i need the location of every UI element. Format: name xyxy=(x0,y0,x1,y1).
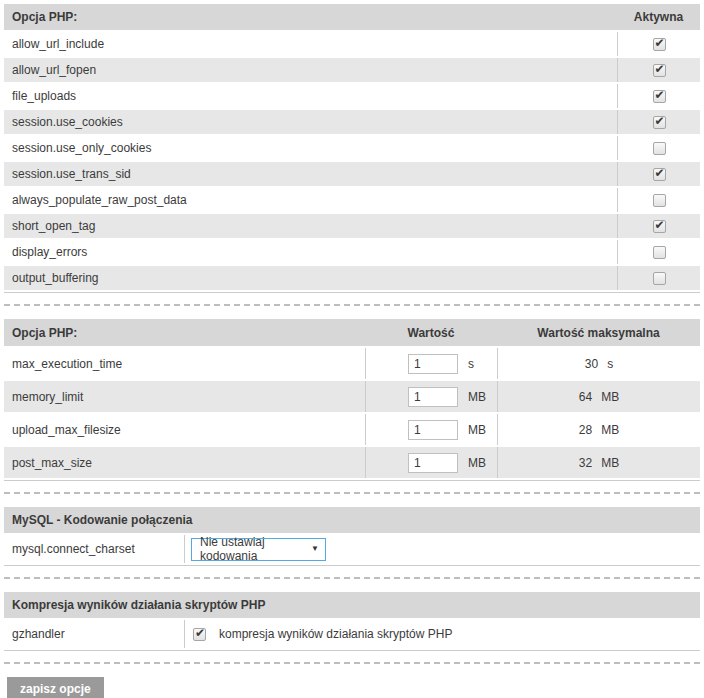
checkbox-gzhandler[interactable] xyxy=(193,628,206,641)
save-options-button[interactable]: zapisz opcje xyxy=(7,677,104,698)
checkbox-cell xyxy=(617,266,700,290)
max-unit: MB xyxy=(601,423,619,437)
limits-header-max-label: Wartość maksymalna xyxy=(497,326,700,340)
checkbox-cell xyxy=(617,162,700,186)
checkbox-always-populate-raw-post-data[interactable] xyxy=(653,194,666,207)
section-divider xyxy=(4,492,700,494)
php-flags-table: Opcja PHP: Aktywna allow_url_include all… xyxy=(4,4,700,293)
limits-header-option-label: Opcja PHP: xyxy=(4,326,365,340)
value-cell: s xyxy=(365,348,497,379)
option-name: gzhandler xyxy=(4,620,184,648)
section-divider xyxy=(4,662,700,664)
checkbox-short-open-tag[interactable] xyxy=(653,220,666,233)
checkbox-session-use-only-cookies[interactable] xyxy=(653,142,666,155)
checkbox-session-use-trans-sid[interactable] xyxy=(653,168,666,181)
flags-table-header: Opcja PHP: Aktywna xyxy=(4,4,700,30)
max-value-cell: 64 MB xyxy=(497,381,700,412)
table-row: output_buffering xyxy=(4,266,700,290)
value-cell: MB xyxy=(365,414,497,445)
value-cell: MB xyxy=(365,381,497,412)
checkbox-allow-url-fopen[interactable] xyxy=(653,64,666,77)
max-value: 30 xyxy=(585,357,598,371)
compression-section-title: Kompresja wyników działania skryptów PHP xyxy=(4,598,700,612)
table-row: display_errors xyxy=(4,240,700,264)
option-name: post_max_size xyxy=(4,447,365,478)
checkbox-cell xyxy=(617,58,700,82)
option-name: file_uploads xyxy=(4,84,617,108)
table-row: session.use_only_cookies xyxy=(4,136,700,160)
select-value: Nie ustawiaj kodowania xyxy=(200,535,311,563)
option-name: session.use_only_cookies xyxy=(4,136,617,160)
max-unit: MB xyxy=(601,390,619,404)
option-name: memory_limit xyxy=(4,381,365,412)
option-name: always_populate_raw_post_data xyxy=(4,188,617,212)
value-unit: MB xyxy=(468,456,486,470)
upload-max-filesize-input[interactable] xyxy=(408,420,458,440)
checkbox-display-errors[interactable] xyxy=(653,246,666,259)
max-execution-time-input[interactable] xyxy=(408,354,458,374)
value-unit: MB xyxy=(468,423,486,437)
control-cell: Nie ustawiaj kodowania ▼ xyxy=(184,535,700,563)
php-limits-table: Opcja PHP: Wartość Wartość maksymalna ma… xyxy=(4,319,700,481)
option-name: session.use_cookies xyxy=(4,110,617,134)
mysql-section-header: MySQL - Kodowanie połączenia xyxy=(4,507,700,533)
value-unit: s xyxy=(468,357,474,371)
option-name: display_errors xyxy=(4,240,617,264)
checkbox-session-use-cookies[interactable] xyxy=(653,116,666,129)
table-row: mysql.connect_charset Nie ustawiaj kodow… xyxy=(4,535,700,563)
option-name: max_execution_time xyxy=(4,348,365,379)
table-row: allow_url_include xyxy=(4,32,700,56)
max-unit: s xyxy=(607,357,613,371)
max-value: 64 xyxy=(579,390,592,404)
option-name: session.use_trans_sid xyxy=(4,162,617,186)
max-value-cell: 28 MB xyxy=(497,414,700,445)
table-row: max_execution_time s 30 s xyxy=(4,348,700,379)
chevron-down-icon: ▼ xyxy=(311,545,319,553)
value-cell: MB xyxy=(365,447,497,478)
option-name: output_buffering xyxy=(4,266,617,290)
flags-header-active-label: Aktywna xyxy=(617,10,700,24)
checkbox-output-buffering[interactable] xyxy=(653,272,666,285)
checkbox-cell xyxy=(617,188,700,212)
table-row: upload_max_filesize MB 28 MB xyxy=(4,414,700,445)
checkbox-cell xyxy=(617,214,700,238)
limits-header-value-label: Wartość xyxy=(365,326,497,340)
checkbox-allow-url-include[interactable] xyxy=(653,38,666,51)
mysql-charset-section: MySQL - Kodowanie połączenia mysql.conne… xyxy=(4,507,700,566)
section-divider xyxy=(4,304,700,306)
control-cell: kompresja wyników działania skryptów PHP xyxy=(184,620,700,648)
checkbox-file-uploads[interactable] xyxy=(653,90,666,103)
memory-limit-input[interactable] xyxy=(408,387,458,407)
max-value-cell: 30 s xyxy=(497,348,700,379)
compression-section: Kompresja wyników działania skryptów PHP… xyxy=(4,592,700,651)
max-unit: MB xyxy=(601,456,619,470)
max-value: 32 xyxy=(579,456,592,470)
mysql-connect-charset-select[interactable]: Nie ustawiaj kodowania ▼ xyxy=(191,538,326,561)
checkbox-cell xyxy=(617,110,700,134)
section-divider xyxy=(4,577,700,579)
gzhandler-checkbox-label: kompresja wyników działania skryptów PHP xyxy=(219,627,452,641)
post-max-size-input[interactable] xyxy=(408,453,458,473)
table-row: short_open_tag xyxy=(4,214,700,238)
limits-table-header: Opcja PHP: Wartość Wartość maksymalna xyxy=(4,319,700,346)
checkbox-cell xyxy=(617,240,700,264)
compression-section-header: Kompresja wyników działania skryptów PHP xyxy=(4,592,700,618)
flags-header-option-label: Opcja PHP: xyxy=(4,10,617,24)
checkbox-cell xyxy=(617,84,700,108)
max-value: 28 xyxy=(579,423,592,437)
option-name: mysql.connect_charset xyxy=(4,535,184,563)
mysql-section-title: MySQL - Kodowanie połączenia xyxy=(4,513,700,527)
table-row: allow_url_fopen xyxy=(4,58,700,82)
value-unit: MB xyxy=(468,390,486,404)
checkbox-cell xyxy=(617,136,700,160)
php-options-page: Opcja PHP: Aktywna allow_url_include all… xyxy=(0,0,704,698)
option-name: upload_max_filesize xyxy=(4,414,365,445)
option-name: allow_url_include xyxy=(4,32,617,56)
table-row: always_populate_raw_post_data xyxy=(4,188,700,212)
option-name: short_open_tag xyxy=(4,214,617,238)
option-name: allow_url_fopen xyxy=(4,58,617,82)
table-row: post_max_size MB 32 MB xyxy=(4,447,700,478)
checkbox-cell xyxy=(617,32,700,56)
table-row: memory_limit MB 64 MB xyxy=(4,381,700,412)
max-value-cell: 32 MB xyxy=(497,447,700,478)
